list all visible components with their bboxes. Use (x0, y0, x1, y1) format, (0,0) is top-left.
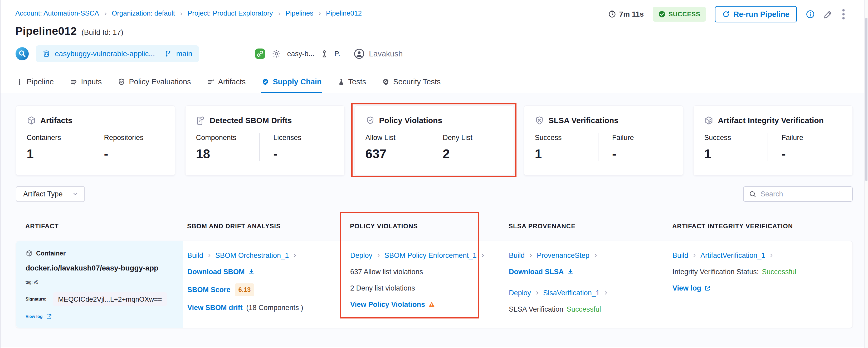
view-sbom-drift-link[interactable]: View SBOM drift (187, 303, 243, 312)
repo-branch-pill[interactable]: easybuggy-vulnerable-applic... main (36, 45, 199, 62)
tab-tests[interactable]: Tests (337, 70, 367, 93)
stage-link-build[interactable]: Build (187, 251, 203, 260)
chevron-right-icon (692, 253, 697, 258)
tab-supply-chain[interactable]: Supply Chain (261, 70, 322, 93)
download-icon (248, 268, 255, 275)
tab-security-tests[interactable]: Security Tests (381, 70, 441, 93)
status-label: SUCCESS (669, 10, 700, 18)
chevron-right-icon (535, 291, 539, 295)
cube-barcode-icon (704, 116, 714, 125)
pipeline-meta-row: easybuggy-vulnerable-applic... main easy… (15, 44, 844, 70)
download-slsa-link[interactable]: Download SLSA (509, 267, 574, 277)
repository-icon (43, 50, 50, 57)
column-header-slsa-provenance: SLSA PROVENANCE (508, 211, 672, 241)
stage-link-build[interactable]: Build (509, 251, 525, 260)
step-link-sbom-orchestration[interactable]: SBOM Orchestration_1 (215, 251, 289, 260)
stage-link-deploy[interactable]: Deploy (350, 251, 372, 260)
sbom-score-badge: 6.13 (235, 283, 254, 296)
card-artifacts: Artifacts Containers 1 Repositories - (16, 106, 175, 176)
kebab-menu-icon[interactable] (842, 9, 845, 20)
artifact-cell: Container docker.io/lavakush07/easy-bugg… (16, 241, 183, 328)
edit-pencil-icon[interactable] (824, 10, 833, 19)
page-title: Pipeline012 (15, 25, 77, 37)
status-badge: SUCCESS (653, 7, 706, 22)
artifact-integrity-cell: Build ArtifactVerification_1 Integrity V… (673, 241, 852, 328)
step-link-sbom-policy-enforcement[interactable]: SBOM Policy Enforcement_1 (384, 251, 477, 260)
chevron-right-icon (277, 11, 281, 16)
chevron-right-icon (528, 253, 533, 258)
stat-slsa-failure: Failure - (598, 133, 673, 161)
download-icon (567, 268, 574, 275)
breadcrumb-pipelines[interactable]: Pipelines (286, 9, 314, 18)
chevron-right-icon (593, 253, 598, 258)
integrity-status-label: Integrity Verification Status: (673, 267, 758, 277)
sbom-cell: Build SBOM Orchestration_1 Download SBOM… (187, 241, 350, 328)
supply-chain-panel: Artifacts Containers 1 Repositories - (1, 93, 868, 347)
sbom-score-link[interactable]: SBOM Score (187, 285, 230, 294)
pill-divider (160, 49, 160, 59)
breadcrumb-project[interactable]: Project: Product Exploratory (188, 9, 273, 18)
scrollbar-thumb[interactable] (865, 18, 867, 181)
inputs-icon (69, 78, 78, 86)
view-policy-violations-link[interactable]: View Policy Violations (350, 300, 435, 309)
chevron-right-icon (376, 253, 381, 258)
view-log-link[interactable]: View log (26, 312, 52, 321)
header-actions: 7m 11s SUCCESS Re-run Pipeline (608, 6, 845, 22)
stat-repositories: Repositories - (90, 133, 164, 161)
artifacts-list-icon (207, 78, 215, 86)
search-input[interactable] (761, 190, 854, 198)
artifacts-table: ARTIFACT SBOM AND DRIFT ANALYSIS POLICY … (16, 211, 853, 328)
breadcrumb-current-pipeline[interactable]: Pipeline012 (326, 9, 362, 18)
top-header: Account: Automation-SSCA Organization: d… (1, 0, 868, 70)
stage-link-deploy[interactable]: Deploy (509, 288, 531, 298)
shield-check-icon (118, 78, 125, 86)
check-circle-icon (658, 11, 665, 18)
search-box (743, 186, 853, 202)
rerun-pipeline-button[interactable]: Re-run Pipeline (715, 6, 797, 22)
branch-name[interactable]: main (176, 50, 192, 58)
artifact-type-dropdown[interactable]: Artifact Type (16, 186, 85, 202)
user-avatar-icon (354, 49, 364, 59)
pipeline-icon (16, 78, 23, 86)
view-log-link[interactable]: View log (673, 283, 711, 293)
filter-bar: Artifact Type (16, 186, 853, 202)
scrollbar[interactable] (864, 0, 868, 348)
slsa-verification-status: Successful (566, 304, 601, 314)
step-link-provenance-step[interactable]: ProvenanceStep (537, 251, 589, 260)
refresh-icon (722, 10, 730, 18)
drift-components-count: (18 Components ) (246, 303, 303, 312)
tab-bar: Pipeline Inputs Policy Evaluations Artif… (1, 70, 868, 93)
stat-deny-list: Deny List 2 (429, 133, 503, 161)
stat-containers: Containers 1 (27, 133, 90, 161)
step-link-slsa-verification[interactable]: SlsaVerification_1 (543, 288, 600, 298)
chevron-right-icon (292, 253, 297, 258)
chevron-right-icon (207, 253, 212, 258)
user-name: Lavakush (369, 49, 403, 58)
tab-inputs[interactable]: Inputs (69, 70, 102, 93)
policy-violations-cell: Deploy SBOM Policy Enforcement_1 637 All… (350, 241, 509, 328)
tab-policy-evaluations[interactable]: Policy Evaluations (117, 70, 191, 93)
step-link-artifact-verification[interactable]: ArtifactVerification_1 (701, 251, 765, 260)
stat-slsa-success: Success 1 (535, 133, 598, 161)
container-cube-icon (26, 250, 33, 257)
info-icon[interactable] (806, 10, 815, 19)
slsa-provenance-cell: Build ProvenanceStep Download SLSA Deplo… (509, 241, 673, 328)
pipeline-duration: 7m 11s (608, 10, 644, 19)
stage-link-build[interactable]: Build (673, 251, 688, 260)
tab-pipeline[interactable]: Pipeline (15, 70, 54, 93)
build-id: (Build Id: 17) (82, 28, 123, 37)
column-header-integrity: ARTIFACT INTEGRITY VERIFICATION (672, 211, 853, 241)
repo-name[interactable]: easybuggy-vulnerable-applic... (55, 50, 155, 58)
tab-artifacts[interactable]: Artifacts (206, 70, 246, 93)
breadcrumb-organization[interactable]: Organization: default (112, 9, 175, 18)
stat-components: Components 18 (196, 133, 259, 161)
external-link-icon (704, 285, 711, 291)
supply-chain-shield-icon (261, 78, 269, 86)
chevron-right-icon (179, 11, 183, 16)
download-sbom-link[interactable]: Download SBOM (187, 267, 255, 277)
column-header-artifact: ARTIFACT (16, 211, 187, 241)
column-header-sbom: SBOM AND DRIFT ANALYSIS (187, 211, 350, 241)
stat-allow-list: Allow List 637 (366, 133, 429, 161)
card-slsa-verifications: SLSA Verifications Success 1 Failure - (524, 106, 683, 176)
breadcrumb-account[interactable]: Account: Automation-SSCA (15, 9, 99, 18)
